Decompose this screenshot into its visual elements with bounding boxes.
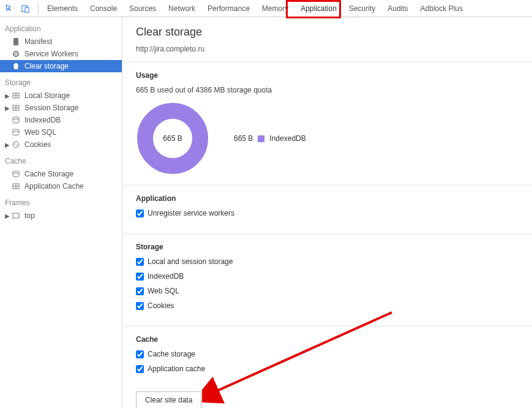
section-heading: Cache: [136, 335, 519, 344]
sidebar-item-label: Session Storage: [24, 104, 78, 112]
checkbox-label: Unregister service workers: [148, 209, 234, 217]
tab-network[interactable]: Network: [162, 0, 201, 17]
sidebar-item-cache-storage[interactable]: Cache Storage: [0, 168, 122, 180]
svg-rect-20: [13, 213, 19, 218]
sidebar-item-label: top: [24, 211, 35, 220]
svg-point-12: [13, 129, 19, 132]
checkbox-app-cache[interactable]: Application cache: [136, 365, 519, 373]
legend-swatch: [258, 135, 264, 142]
toolbar-separator: [38, 3, 39, 14]
tab-adblock-plus[interactable]: Adblock Plus: [414, 0, 469, 17]
chevron-right-icon: ▶: [5, 105, 11, 111]
tab-application[interactable]: Application: [294, 0, 343, 17]
usage-donut-chart: 665 B: [136, 102, 209, 175]
db-icon: [11, 116, 21, 124]
svg-point-15: [17, 145, 18, 146]
gear-icon: [11, 50, 21, 58]
device-toggle-icon[interactable]: [20, 2, 32, 15]
section-heading: Storage: [136, 243, 519, 251]
svg-rect-1: [25, 7, 29, 12]
sidebar-item-service-workers[interactable]: Service Workers: [0, 48, 122, 60]
db-icon: [11, 128, 21, 137]
grid-icon: [11, 104, 21, 112]
sidebar-item-label: Application Cache: [24, 182, 84, 191]
tab-audits[interactable]: Audits: [381, 0, 414, 17]
sidebar-item-label: Clear storage: [24, 62, 69, 70]
sidebar-item-session-storage[interactable]: ▶ Session Storage: [0, 102, 122, 114]
checkbox-indexeddb[interactable]: IndexedDB: [136, 272, 519, 281]
section-storage: Storage Local and session storage Indexe…: [122, 233, 532, 326]
section-usage: Usage 665 B used out of 4386 MB storage …: [122, 62, 532, 185]
grid-icon: [11, 91, 21, 100]
tab-security[interactable]: Security: [343, 0, 381, 17]
svg-point-14: [14, 143, 15, 145]
sidebar-item-cookies[interactable]: ▶ Cookies: [0, 138, 122, 151]
legend-value: 665 B: [234, 134, 253, 143]
sidebar-item-label: Local Storage: [24, 91, 70, 100]
usage-chart-row: 665 B 665 B IndexedDB: [136, 102, 519, 175]
sidebar-item-websql[interactable]: Web SQL: [0, 126, 122, 138]
checkbox-input[interactable]: [136, 210, 144, 217]
checkbox-input[interactable]: [136, 302, 144, 310]
cookie-icon: [11, 140, 21, 149]
checkbox-local-session[interactable]: Local and session storage: [136, 257, 519, 266]
trash-icon: [11, 62, 21, 70]
checkbox-label: IndexedDB: [148, 272, 184, 281]
checkbox-label: Cookies: [148, 301, 174, 310]
main-area: Application Manifest Service Workers Cle…: [0, 17, 532, 408]
sidebar-group-frames: Frames ▶ top: [0, 195, 122, 222]
sidebar-group-title: Cache: [0, 153, 122, 168]
checkbox-input[interactable]: [136, 350, 144, 358]
origin-url: http://jira.completo.ru: [136, 45, 519, 53]
sidebar-item-label: IndexedDB: [24, 116, 61, 124]
sidebar-item-indexeddb[interactable]: IndexedDB: [0, 114, 122, 126]
checkbox-websql[interactable]: Web SQL: [136, 287, 519, 295]
checkbox-unregister-sw[interactable]: Unregister service workers: [136, 209, 519, 217]
sidebar-item-label: Cache Storage: [24, 170, 73, 178]
checkbox-input[interactable]: [136, 258, 144, 266]
inspect-icon[interactable]: [4, 2, 16, 15]
section-heading: Usage: [136, 71, 519, 80]
tab-console[interactable]: Console: [84, 0, 123, 17]
db-icon: [11, 170, 21, 178]
checkbox-input[interactable]: [136, 273, 144, 281]
sidebar-item-top[interactable]: ▶ top: [0, 210, 122, 222]
checkbox-label: Web SQL: [148, 287, 179, 295]
clear-site-data-button[interactable]: Clear site data: [136, 391, 201, 408]
frame-icon: [11, 211, 21, 220]
sidebar-item-label: Service Workers: [24, 50, 78, 58]
grid-icon: [11, 182, 21, 191]
tab-memory[interactable]: Memory: [256, 0, 294, 17]
sidebar-item-clear-storage[interactable]: Clear storage: [0, 60, 122, 72]
sidebar-group-title: Storage: [0, 75, 122, 89]
doc-icon: [11, 37, 21, 46]
sidebar-item-label: Web SQL: [24, 128, 56, 137]
sidebar-group-title: Frames: [0, 195, 122, 210]
sidebar-item-label: Manifest: [24, 37, 52, 46]
sidebar-item-manifest[interactable]: Manifest: [0, 36, 122, 48]
chevron-right-icon: ▶: [5, 142, 11, 148]
sidebar: Application Manifest Service Workers Cle…: [0, 17, 122, 408]
sidebar-group-cache: Cache Cache Storage Application Cache: [0, 153, 122, 192]
checkbox-cache-storage[interactable]: Cache storage: [136, 350, 519, 358]
section-heading: Application: [136, 194, 519, 203]
sidebar-item-local-storage[interactable]: ▶ Local Storage: [0, 89, 122, 102]
page-title: Clear storage: [136, 26, 519, 39]
usage-text: 665 B used out of 4386 MB storage quota: [136, 86, 519, 94]
section-application: Application Unregister service workers: [122, 185, 532, 233]
sidebar-group-storage: Storage ▶ Local Storage ▶ Session Storag…: [0, 75, 122, 151]
section-clear-button: Clear site data: [122, 389, 532, 408]
svg-point-13: [13, 142, 19, 148]
tab-sources[interactable]: Sources: [123, 0, 162, 17]
checkbox-cookies[interactable]: Cookies: [136, 301, 519, 310]
legend-label: IndexedDB: [269, 134, 305, 143]
sidebar-item-application-cache[interactable]: Application Cache: [0, 180, 122, 192]
svg-point-11: [13, 117, 19, 119]
svg-rect-2: [13, 38, 18, 45]
section-cache: Cache Cache storage Application cache: [122, 326, 532, 389]
checkbox-input[interactable]: [136, 365, 144, 373]
checkbox-input[interactable]: [136, 287, 144, 295]
content: Clear storage http://jira.completo.ru Us…: [122, 17, 532, 408]
tab-performance[interactable]: Performance: [201, 0, 256, 17]
tab-elements[interactable]: Elements: [41, 0, 84, 17]
